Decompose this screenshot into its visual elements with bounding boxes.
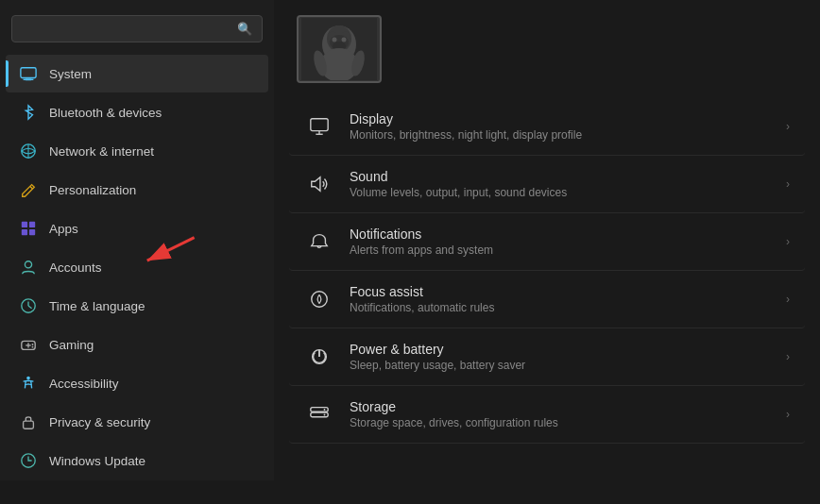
sidebar-item-update[interactable]: Windows Update [6, 442, 268, 479]
chevron-right-icon: › [786, 408, 790, 421]
display-subtitle: Monitors, brightness, night light, displ… [350, 128, 582, 142]
svg-point-10 [25, 261, 31, 268]
sidebar-item-bluetooth[interactable]: Bluetooth & devices [6, 93, 268, 131]
power-text: Power & battery Sleep, battery usage, ba… [350, 342, 525, 372]
sidebar-item-time[interactable]: Time & language [6, 287, 268, 325]
sidebar-item-label: Windows Update [49, 454, 145, 468]
display-text: Display Monitors, brightness, night ligh… [350, 111, 582, 142]
settings-item-storage[interactable]: Storage Storage space, drives, configura… [289, 386, 805, 444]
sidebar-item-accessibility[interactable]: Accessibility [6, 364, 268, 402]
focus-text: Focus assist Notifications, automatic ru… [350, 284, 494, 314]
display-icon [304, 111, 334, 142]
svg-rect-0 [21, 68, 36, 78]
accessibility-icon [19, 374, 38, 393]
profile-avatar[interactable] [297, 15, 382, 83]
time-icon [19, 296, 38, 315]
network-icon [19, 142, 38, 160]
focus-subtitle: Notifications, automatic rules [350, 301, 494, 314]
svg-point-17 [32, 344, 34, 345]
svg-point-40 [312, 292, 328, 308]
settings-item-sound[interactable]: Sound Volume levels, output, input, soun… [289, 156, 805, 213]
storage-title: Storage [350, 399, 558, 414]
search-input[interactable] [22, 22, 230, 36]
svg-line-5 [30, 186, 33, 189]
svg-rect-6 [22, 222, 27, 227]
notifications-text: Notifications Alerts from apps and syste… [350, 227, 493, 257]
sidebar-item-label: Bluetooth & devices [49, 106, 162, 120]
svg-point-30 [333, 38, 337, 42]
sidebar-item-accounts[interactable]: Accounts [6, 248, 268, 286]
focus-icon [304, 284, 334, 314]
svg-point-19 [26, 377, 30, 380]
settings-item-focus[interactable]: Focus assist Notifications, automatic ru… [289, 271, 805, 328]
sound-icon [304, 169, 334, 199]
svg-line-13 [28, 306, 32, 309]
search-bar[interactable]: 🔍 [11, 15, 263, 42]
chevron-right-icon: › [786, 177, 790, 191]
sound-text: Sound Volume levels, output, input, soun… [350, 169, 567, 199]
sidebar-item-apps[interactable]: Apps [6, 210, 268, 247]
sidebar-item-label: Network & internet [49, 144, 154, 159]
chevron-right-icon: › [786, 120, 790, 133]
update-icon [19, 451, 38, 470]
svg-point-31 [342, 38, 347, 42]
notifications-title: Notifications [350, 227, 493, 242]
storage-icon [304, 399, 334, 429]
apps-icon [19, 219, 38, 238]
system-icon [19, 64, 38, 83]
sidebar-item-label: Privacy & security [49, 415, 150, 429]
accounts-icon [19, 258, 38, 277]
power-title: Power & battery [350, 342, 525, 357]
svg-rect-36 [311, 119, 328, 131]
sidebar-item-personalization[interactable]: Personalization [6, 171, 268, 209]
sidebar-item-label: Accessibility [49, 377, 119, 391]
sidebar-item-label: Apps [49, 222, 78, 236]
svg-rect-20 [24, 421, 34, 428]
focus-title: Focus assist [350, 284, 494, 299]
sidebar-item-label: Personalization [49, 183, 136, 197]
search-icon: 🔍 [237, 22, 252, 36]
gaming-icon [19, 335, 38, 354]
svg-point-46 [324, 414, 326, 416]
sidebar-item-privacy[interactable]: Privacy & security [6, 403, 268, 441]
svg-rect-7 [29, 222, 35, 227]
settings-item-power[interactable]: Power & battery Sleep, battery usage, ba… [289, 328, 805, 386]
notifications-icon [304, 227, 334, 257]
sound-subtitle: Volume levels, output, input, sound devi… [350, 186, 567, 199]
settings-item-notifications[interactable]: Notifications Alerts from apps and syste… [289, 213, 805, 271]
sidebar-item-label: System [49, 67, 92, 81]
power-subtitle: Sleep, battery usage, battery saver [350, 359, 525, 372]
display-title: Display [350, 111, 582, 126]
sidebar-item-label: Accounts [49, 260, 102, 275]
sound-title: Sound [350, 169, 567, 184]
svg-rect-9 [29, 229, 35, 235]
sidebar-item-label: Time & language [49, 299, 145, 313]
sidebar-item-system[interactable]: System [6, 55, 268, 92]
sidebar-item-gaming[interactable]: Gaming [6, 326, 268, 363]
svg-rect-8 [22, 229, 27, 235]
settings-list: Display Monitors, brightness, night ligh… [274, 98, 820, 444]
sidebar-item-network[interactable]: Network & internet [6, 132, 268, 170]
profile-header [274, 0, 820, 98]
bluetooth-icon [19, 103, 38, 122]
storage-text: Storage Storage space, drives, configura… [350, 399, 558, 429]
svg-point-45 [324, 409, 326, 411]
chevron-right-icon: › [786, 235, 790, 248]
chevron-right-icon: › [786, 293, 790, 306]
notifications-subtitle: Alerts from apps and system [350, 244, 493, 257]
storage-subtitle: Storage space, drives, configuration rul… [350, 416, 558, 429]
power-icon [304, 342, 334, 372]
personalization-icon [19, 180, 38, 199]
sidebar-item-label: Gaming [49, 338, 94, 352]
settings-item-display[interactable]: Display Monitors, brightness, night ligh… [289, 98, 805, 156]
main-content: Display Monitors, brightness, night ligh… [274, 0, 820, 504]
chevron-right-icon: › [786, 350, 790, 363]
privacy-icon [19, 412, 38, 431]
svg-point-18 [32, 346, 34, 348]
svg-marker-39 [312, 177, 320, 192]
